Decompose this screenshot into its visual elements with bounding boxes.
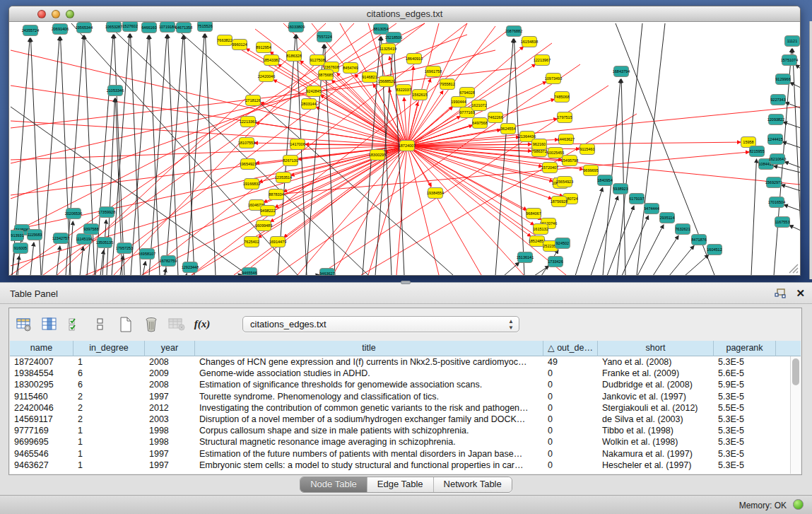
show-columns-button[interactable] — [40, 315, 59, 334]
table-row[interactable]: 946362711997Embryonic stem cells: a mode… — [10, 460, 801, 471]
table-cell[interactable]: Estimation of significance thresholds fo… — [195, 379, 543, 390]
table-cell[interactable]: 18300295 — [10, 379, 73, 390]
table-cell[interactable]: 0 — [543, 460, 598, 471]
table-cell[interactable]: 2012 — [145, 402, 195, 414]
network-table-select[interactable]: citations_edges.txt ▲▼ — [242, 316, 519, 332]
table-cell[interactable]: Nakamura et al. (1997) — [598, 448, 714, 460]
table-cell[interactable]: 5.9E-5 — [714, 379, 776, 390]
delete-table-button[interactable] — [167, 315, 186, 334]
column-header-title[interactable]: title — [195, 341, 543, 356]
table-cell[interactable]: 5.3E-5 — [714, 356, 776, 368]
table-cell[interactable]: Jankovic et al. (1997) — [598, 391, 714, 402]
table-cell[interactable]: Disruption of a novel member of a sodium… — [195, 414, 543, 425]
table-cell[interactable]: 22420046 — [10, 402, 73, 414]
table-cell[interactable]: 5.3E-5 — [714, 425, 776, 436]
table-row[interactable]: 977716911998Corpus callosum shape and si… — [10, 425, 801, 436]
table-cell[interactable]: 0 — [543, 448, 598, 460]
table-cell[interactable]: Dudbridge et al. (2008) — [598, 379, 714, 390]
table-cell[interactable]: 0 — [543, 368, 598, 379]
table-cell[interactable]: 14569117 — [10, 414, 73, 425]
table-cell[interactable]: 5.3E-5 — [714, 391, 776, 402]
table-cell[interactable]: 9777169 — [10, 425, 73, 436]
table-cell[interactable]: 1997 — [145, 448, 195, 460]
column-header-pagerank[interactable]: pagerank — [714, 341, 776, 356]
table-scrollbar[interactable] — [790, 356, 801, 474]
table-cell[interactable]: 2 — [73, 402, 145, 414]
table-cell[interactable]: 5.3E-5 — [714, 448, 776, 460]
table-cell[interactable]: 6 — [73, 368, 145, 379]
float-panel-icon[interactable] — [775, 288, 786, 298]
memory-status-indicator[interactable] — [793, 499, 804, 510]
table-cell[interactable]: 1 — [73, 356, 145, 368]
table-row[interactable]: 969969511998Structural magnetic resonanc… — [10, 436, 801, 448]
table-cell[interactable]: 1 — [73, 448, 145, 460]
table-cell[interactable]: 0 — [543, 425, 598, 436]
function-builder-button[interactable]: f(x) — [193, 315, 211, 334]
table-row[interactable]: 2242004622012Investigating the contribut… — [10, 402, 801, 414]
table-cell[interactable]: 2 — [73, 414, 145, 425]
table-cell[interactable]: 5.3E-5 — [714, 414, 776, 425]
table-cell[interactable]: 2009 — [145, 368, 195, 379]
table-cell[interactable]: 1998 — [145, 425, 195, 436]
table-cell[interactable]: 0 — [543, 414, 598, 425]
table-cell[interactable]: 0 — [543, 379, 598, 390]
tab-node-table[interactable]: Node Table — [300, 477, 367, 492]
table-scrollbar-thumb[interactable] — [792, 358, 799, 385]
table-cell[interactable]: Yano et al. (2008) — [598, 356, 714, 368]
table-cell[interactable]: 5.3E-5 — [714, 436, 776, 448]
table-row[interactable]: 911546021997Tourette syndrome. Phenomeno… — [10, 391, 801, 402]
table-cell[interactable]: 6 — [73, 379, 145, 390]
table-cell[interactable]: 19384554 — [10, 368, 73, 379]
table-cell[interactable]: 2 — [73, 391, 145, 402]
table-cell[interactable]: 2008 — [145, 379, 195, 390]
row-check-button[interactable] — [66, 315, 84, 334]
table-cell[interactable]: 9699695 — [10, 436, 73, 448]
table-cell[interactable]: 1 — [73, 425, 145, 436]
table-cell[interactable]: 9463627 — [10, 460, 73, 471]
panel-splitter-handle[interactable] — [401, 281, 411, 284]
create-column-button[interactable] — [117, 315, 135, 334]
delete-column-button[interactable] — [142, 315, 160, 334]
window-resize-grip[interactable] — [787, 262, 799, 274]
table-row[interactable]: 1872400712008Changes of HCN gene express… — [10, 356, 801, 368]
table-cell[interactable]: Investigating the contribution of common… — [195, 402, 543, 414]
table-cell[interactable]: Tibbo et al. (1998) — [598, 425, 714, 436]
table-cell[interactable]: 49 — [543, 356, 598, 368]
table-cell[interactable]: 2003 — [145, 414, 195, 425]
close-panel-icon[interactable]: ✕ — [796, 287, 805, 300]
table-cell[interactable]: 1997 — [145, 391, 195, 402]
table-cell[interactable]: 2008 — [145, 356, 195, 368]
table-cell[interactable]: 0 — [543, 391, 598, 402]
table-cell[interactable]: 1998 — [145, 436, 195, 448]
table-cell[interactable]: 9465546 — [10, 448, 73, 460]
table-cell[interactable]: Genome-wide association studies in ADHD. — [195, 368, 543, 379]
table-cell[interactable]: Changes of HCN gene expression and I(f) … — [195, 356, 543, 368]
network-canvas[interactable]: 1872400718300295193845549777169649756874… — [11, 22, 800, 275]
table-cell[interactable]: 1 — [73, 460, 145, 471]
table-cell[interactable]: 5.3E-5 — [714, 460, 776, 471]
table-cell[interactable]: Hescheler et al. (1997) — [598, 460, 714, 471]
table-cell[interactable]: Tourette syndrome. Phenomenology and cla… — [195, 391, 543, 402]
table-cell[interactable]: 5.6E-5 — [714, 368, 776, 379]
table-cell[interactable]: Estimation of the future numbers of pati… — [195, 448, 543, 460]
table-cell[interactable]: 18724007 — [10, 356, 73, 368]
table-cell[interactable]: 1997 — [145, 460, 195, 471]
table-cell[interactable]: Stergiakouli et al. (2012) — [598, 402, 714, 414]
column-header-in_degree[interactable]: in_degree — [73, 341, 145, 356]
table-cell[interactable]: 0 — [543, 402, 598, 414]
table-cell[interactable]: Wolkin et al. (1998) — [598, 436, 714, 448]
tab-edge-table[interactable]: Edge Table — [367, 477, 434, 492]
table-row[interactable]: 1938455462009Genome-wide association stu… — [10, 368, 801, 379]
table-cell[interactable]: 1 — [73, 436, 145, 448]
row-height-button[interactable] — [91, 315, 110, 334]
column-header-year[interactable]: year — [145, 341, 195, 356]
table-row[interactable]: 1830029562008Estimation of significance … — [10, 379, 801, 390]
network-window-titlebar[interactable]: citations_edges.txt — [9, 6, 800, 22]
table-cell[interactable]: Structural magnetic resonance image aver… — [195, 436, 543, 448]
table-cell[interactable]: de Silva et al. (2003) — [598, 414, 714, 425]
table-cell[interactable]: 9115460 — [10, 391, 73, 402]
table-cell[interactable]: 5.5E-5 — [714, 402, 776, 414]
table-cell[interactable]: Corpus callosum shape and size in male p… — [195, 425, 543, 436]
tab-network-table[interactable]: Network Table — [434, 477, 512, 492]
table-mode-button[interactable] — [15, 315, 33, 334]
